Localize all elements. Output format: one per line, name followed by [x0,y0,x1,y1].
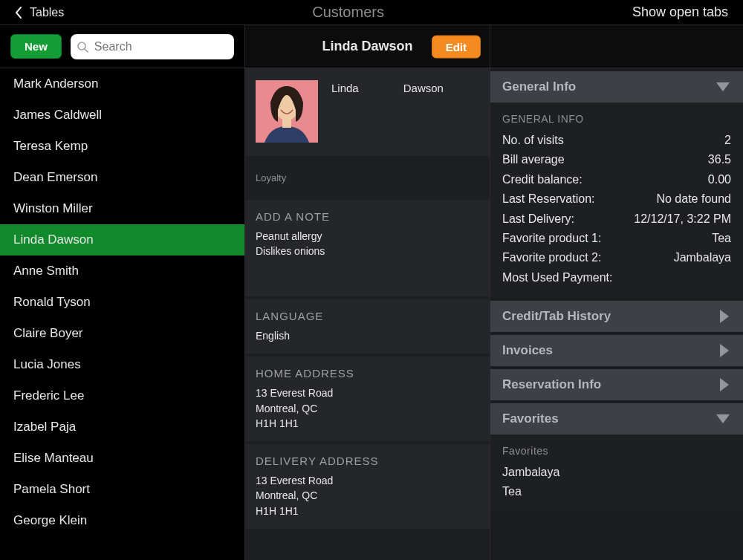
search-icon [77,41,88,53]
customer-detail-panel: Linda Dawson Edit Linda Dawson [245,25,490,560]
acc-favorites: Favorites Favorites JambalayaTea [490,403,743,511]
back-button[interactable]: Tables [15,6,64,19]
favorites-subtitle: Favorites [502,445,731,457]
topbar: Tables Customers Show open tabs [0,0,743,25]
acc-invoices-header[interactable]: Invoices [490,335,743,366]
customer-list-item[interactable]: Mark Anderson [0,68,244,100]
loyalty-label: Loyalty [245,159,490,197]
edit-button[interactable]: Edit [432,35,481,58]
page-title: Customers [312,4,384,21]
customer-list-item[interactable]: Elise Manteau [0,443,244,474]
customer-list-item[interactable]: Izabel Paja [0,411,244,443]
acc-credit-header[interactable]: Credit/Tab History [490,301,743,332]
first-name: Linda [331,82,359,94]
acc-general-header[interactable]: General Info [490,71,743,102]
customer-list-item[interactable]: Claire Boyer [0,318,244,349]
general-info-subtitle: GENERAL INFO [502,113,731,125]
language-value: English [256,328,479,343]
acc-general-label: General Info [502,79,576,94]
customer-list-item[interactable]: Dean Emerson [0,162,244,193]
address-line: H1H 1H1 [256,416,479,431]
acc-reservation-info: Reservation Info [490,369,743,400]
favorite-item: Tea [502,482,731,501]
customers-panel: New Mark AndersonJames CaldwellTeresa Ke… [0,25,245,560]
address-line: 13 Everest Road [256,473,479,488]
chevron-right-icon [718,377,731,393]
info-accordion-panel: General Info GENERAL INFO No. of visits2… [490,25,743,560]
identity-block: Linda Dawson [245,68,490,156]
acc-general-info: General Info GENERAL INFO No. of visits2… [490,71,743,298]
notes-header: ADD A NOTE [245,200,490,229]
show-open-tabs-link[interactable]: Show open tabs [632,4,728,20]
acc-reservation-label: Reservation Info [502,377,601,392]
notes-section[interactable]: ADD A NOTE Peanut allergy Dislikes onion… [245,200,490,296]
svg-line-1 [85,49,88,52]
home-address-section: HOME ADDRESS 13 Everest Road Montreal, Q… [245,356,490,441]
acc-credit-label: Credit/Tab History [502,309,611,324]
acc-credit-history: Credit/Tab History [490,301,743,332]
note-line: Dislikes onions [256,244,479,258]
acc-invoices-label: Invoices [502,343,553,358]
note-line: Peanut allergy [256,229,479,244]
acc-reservation-header[interactable]: Reservation Info [490,369,743,400]
home-address-header: HOME ADDRESS [245,356,490,385]
chevron-down-icon [715,80,731,94]
avatar [256,80,318,143]
customer-list: Mark AndersonJames CaldwellTeresa KempDe… [0,68,244,560]
acc-favorites-label: Favorites [502,411,559,426]
customer-list-item[interactable]: James Caldwell [0,100,244,131]
favorite-item: Jambalaya [502,463,731,482]
customer-list-item[interactable]: Linda Dawson [0,224,244,255]
customer-list-item[interactable]: Ronald Tyson [0,287,244,318]
delivery-address-section: DELIVERY ADDRESS 13 Everest Road Montrea… [245,444,490,529]
language-section: LANGUAGE English [245,299,490,354]
chevron-down-icon [715,412,731,426]
svg-rect-4 [282,117,291,128]
chevron-right-icon [718,308,731,325]
delivery-address-header: DELIVERY ADDRESS [245,444,490,473]
address-line: H1H 1H1 [256,504,479,518]
chevron-right-icon [718,342,731,359]
loyalty-section[interactable]: Loyalty [245,159,490,197]
address-line: 13 Everest Road [256,385,479,400]
search-wrap [71,34,234,59]
favorites-list: JambalayaTea [502,463,731,501]
address-line: Montreal, QC [256,401,479,416]
acc-favorites-header[interactable]: Favorites [490,403,743,434]
address-line: Montreal, QC [256,488,479,503]
acc-invoices: Invoices [490,335,743,366]
customer-list-item[interactable]: Frederic Lee [0,380,244,411]
new-customer-button[interactable]: New [10,34,62,59]
customer-list-item[interactable]: Anne Smith [0,255,244,287]
search-input[interactable] [71,34,234,59]
customer-list-item[interactable]: Lucia Jones [0,349,244,380]
language-header: LANGUAGE [245,299,490,328]
chevron-left-icon [15,7,22,19]
customer-list-item[interactable]: Winston Miller [0,193,244,224]
back-label: Tables [30,6,64,19]
detail-customer-name: Linda Dawson [322,39,412,54]
customer-list-item[interactable]: George Klein [0,505,244,536]
customer-list-item[interactable]: Teresa Kemp [0,131,244,162]
customer-list-item[interactable]: Pamela Short [0,474,244,505]
last-name: Dawson [403,82,444,94]
